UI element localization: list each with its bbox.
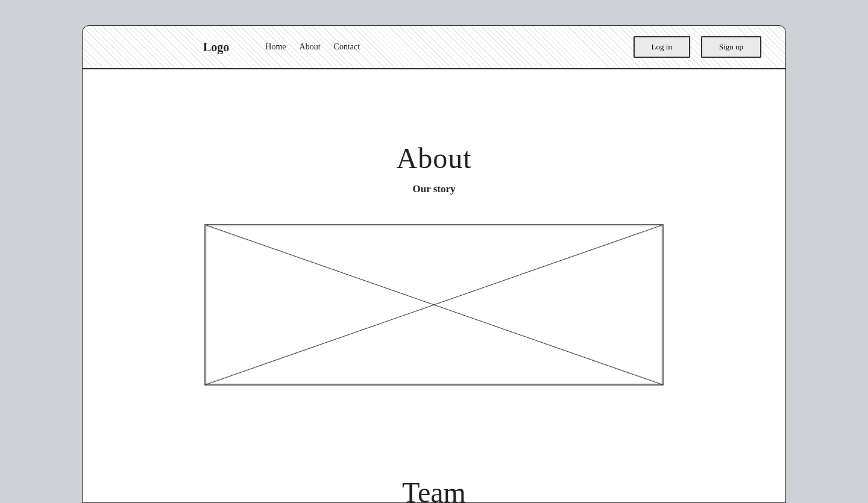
- primary-nav: Home About Contact: [265, 42, 360, 52]
- about-heading: About: [83, 142, 785, 175]
- about-subheading: Our story: [83, 183, 785, 195]
- nav-link-contact[interactable]: Contact: [334, 42, 360, 52]
- logo[interactable]: Logo: [203, 40, 229, 54]
- auth-buttons: Log in Sign up: [634, 36, 761, 58]
- nav-link-about[interactable]: About: [300, 42, 321, 52]
- image-placeholder-icon: [204, 224, 664, 386]
- nav-link-home[interactable]: Home: [265, 42, 286, 52]
- page-frame: Logo Home About Contact Log in Sign up A…: [82, 25, 786, 503]
- main-content: About Our story Team: [83, 69, 785, 503]
- header-bar: Logo Home About Contact Log in Sign up: [83, 26, 785, 69]
- team-heading: Team: [83, 476, 785, 503]
- login-button[interactable]: Log in: [634, 36, 690, 58]
- hero-image-placeholder: [204, 224, 664, 386]
- signup-button[interactable]: Sign up: [701, 36, 761, 58]
